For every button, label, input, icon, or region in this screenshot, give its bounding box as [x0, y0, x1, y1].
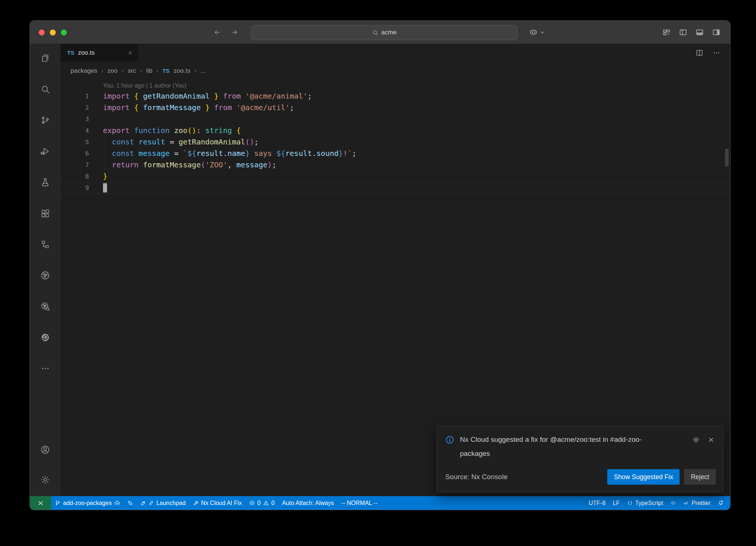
indent-guide	[105, 159, 105, 171]
copilot-icon	[529, 28, 538, 37]
status-problems[interactable]: 00	[245, 496, 278, 510]
indent-guide	[105, 136, 105, 148]
code-line-5[interactable]: 5 const result = getRandomAnimal();	[61, 136, 730, 148]
activity-item-nx-graph[interactable]	[37, 266, 54, 284]
status-encoding[interactable]: UTF-8	[585, 496, 609, 510]
code-line-6[interactable]: 6 const message = `${result.name} says $…	[61, 148, 730, 159]
beaker-icon	[40, 177, 50, 187]
notification-footer: Source: Nx Console Show Suggested Fix Re…	[445, 469, 716, 485]
status-label: Prettier	[691, 500, 711, 506]
code-line-3[interactable]: 3	[61, 113, 730, 125]
status-formatter-prettier[interactable]: Prettier	[680, 496, 714, 510]
status-remote-indicator[interactable]	[30, 496, 51, 510]
editor-scrollbar-thumb[interactable]	[725, 149, 729, 167]
status-copilot-status[interactable]	[667, 496, 680, 510]
status-label: -- NORMAL --	[341, 500, 377, 506]
layout-customize-icon[interactable]	[662, 28, 671, 37]
arrow-right-icon[interactable]	[231, 28, 238, 36]
command-center-search[interactable]: acme	[251, 25, 518, 40]
git-compare-icon	[127, 500, 133, 506]
status-launchpad[interactable]: Launchpad	[137, 496, 189, 510]
reject-button[interactable]: Reject	[684, 469, 716, 485]
notification-settings-icon[interactable]	[692, 436, 700, 444]
status-vim-mode[interactable]: -- NORMAL --	[337, 496, 381, 510]
status-eol[interactable]: LF	[609, 496, 623, 510]
activity-item-beaker[interactable]	[37, 173, 54, 191]
line-number: 6	[61, 148, 103, 159]
line-number: 5	[61, 136, 103, 148]
status-branch-status[interactable]: add-zoo-packages	[51, 496, 124, 510]
more-ellipsis-icon[interactable]	[712, 49, 721, 57]
code-text: import { getRandomAnimal } from '@acme/a…	[103, 91, 730, 102]
breadcrumb-segment[interactable]: src	[128, 67, 136, 75]
layout-sidebar-left-icon[interactable]	[679, 28, 687, 37]
notification-close-icon[interactable]	[707, 436, 715, 444]
status-label: Auto Attach: Always	[282, 500, 334, 506]
extensions-icon	[40, 208, 50, 218]
activity-item-search[interactable]	[37, 80, 54, 98]
search-icon	[372, 30, 378, 36]
split-editor-icon[interactable]	[695, 49, 704, 57]
activity-item-browser-preview[interactable]	[37, 328, 54, 346]
line-number: 7	[61, 159, 103, 171]
code-line-9[interactable]: 9	[61, 182, 730, 194]
breadcrumb-separator: ›	[102, 68, 103, 74]
breadcrumb-file[interactable]: zoo.ts	[173, 67, 190, 75]
activity-item-settings-gear[interactable]	[37, 471, 54, 488]
activity-bar-bottom	[37, 441, 54, 496]
breadcrumb-separator: ›	[122, 68, 124, 74]
minimize-window-button[interactable]	[50, 30, 56, 35]
tab-zoo-ts[interactable]: TS zoo.ts	[61, 44, 139, 62]
editor-actions	[695, 44, 730, 62]
org-chart-icon	[40, 239, 50, 249]
copilot-menu[interactable]	[529, 21, 545, 44]
ts-file-icon: TS	[67, 50, 74, 56]
activity-item-more-ellipsis[interactable]	[37, 359, 54, 377]
wrench-icon	[193, 500, 199, 506]
activity-item-source-control[interactable]	[37, 111, 54, 129]
activity-item-extensions[interactable]	[37, 204, 54, 222]
layout-sidebar-right-icon[interactable]	[712, 28, 721, 37]
indent-guide	[105, 148, 105, 159]
double-check-icon	[683, 500, 689, 506]
breadcrumb-segment[interactable]: lib	[146, 67, 152, 75]
activity-item-run-debug[interactable]	[37, 142, 54, 160]
close-window-button[interactable]	[39, 30, 45, 35]
arrow-left-icon[interactable]	[213, 28, 221, 36]
status-language-mode[interactable]: TypeScript	[623, 496, 667, 510]
notification-source: Source: Nx Console	[445, 473, 508, 481]
code-line-7[interactable]: 7 return formatMessage('ZOO', message);	[61, 159, 730, 171]
code-line-1[interactable]: 1import { getRandomAnimal } from '@acme/…	[61, 91, 730, 102]
status-label: UTF-8	[589, 500, 605, 506]
activity-item-org-chart[interactable]	[37, 235, 54, 253]
line-number: 3	[61, 113, 103, 125]
cloud-upload-icon	[114, 500, 120, 506]
status-scm-graph[interactable]	[124, 496, 137, 510]
vim-block-cursor	[103, 183, 107, 192]
files-icon	[40, 53, 50, 63]
activity-item-files[interactable]	[37, 49, 54, 67]
status-nx-cloud-ai-fix[interactable]: Nx Cloud AI Fix	[189, 496, 245, 510]
code-line-2[interactable]: 2import { formatMessage } from '@acme/ut…	[61, 102, 730, 113]
code-line-8[interactable]: 8}	[61, 171, 730, 182]
status-auto-attach[interactable]: Auto Attach: Always	[278, 496, 338, 510]
activity-item-account[interactable]	[37, 441, 54, 458]
zoom-window-button[interactable]	[61, 30, 67, 35]
remote-icon	[38, 500, 44, 506]
breadcrumb-segment[interactable]: zoo	[107, 67, 117, 75]
status-notifications-bell[interactable]	[714, 496, 727, 510]
breadcrumb-overflow[interactable]: ...	[200, 67, 206, 75]
breadcrumb-separator: ›	[140, 68, 142, 74]
close-tab-icon[interactable]	[127, 50, 133, 56]
link-icon	[148, 500, 154, 506]
breadcrumb-segment[interactable]: packages	[71, 67, 97, 75]
settings-gear-icon	[40, 475, 50, 485]
chevron-down-icon	[540, 30, 545, 35]
status-label: Launchpad	[157, 500, 186, 506]
ts-file-icon: TS	[162, 68, 169, 74]
activity-item-nx-cloud[interactable]	[37, 297, 54, 315]
layout-panel-icon[interactable]	[695, 28, 704, 37]
show-suggested-fix-button[interactable]: Show Suggested Fix	[607, 469, 680, 485]
code-line-4[interactable]: 4export function zoo(): string {	[61, 125, 730, 136]
error-circle-icon	[249, 500, 255, 506]
